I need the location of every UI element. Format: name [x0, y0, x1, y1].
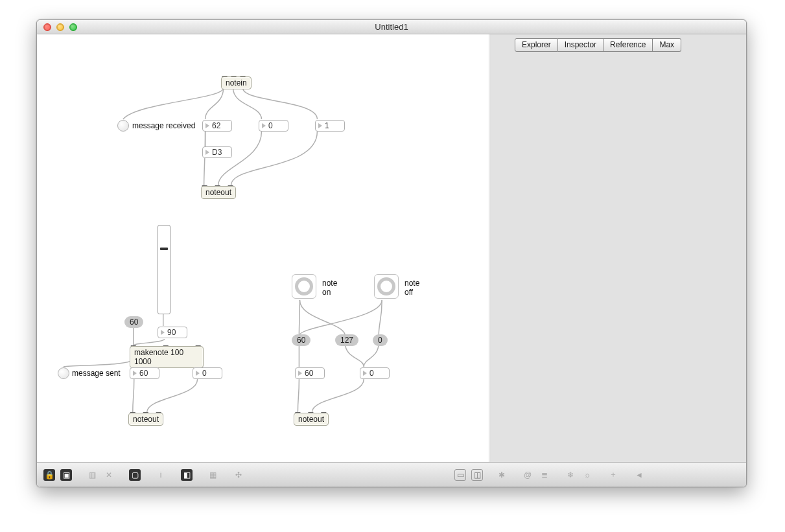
- numbox-slider-out[interactable]: 90: [158, 327, 187, 338]
- object-notein[interactable]: notein: [221, 76, 252, 89]
- patcher-area[interactable]: notein message received 62 0 1 D3 noteou…: [37, 34, 489, 487]
- numbox-value: 0: [202, 369, 211, 378]
- tab-reference[interactable]: Reference: [603, 38, 653, 52]
- sparkle-icon[interactable]: ✣: [233, 469, 244, 481]
- tab-max[interactable]: Max: [653, 38, 681, 52]
- x-icon[interactable]: ✕: [103, 469, 115, 481]
- list-icon[interactable]: ≣: [539, 469, 550, 481]
- numbox-value: 60: [139, 369, 152, 378]
- screen-icon[interactable]: ▢: [129, 469, 141, 481]
- bang-ring-icon: [377, 277, 395, 295]
- app-window: Untitled1: [36, 19, 747, 487]
- numbox-notename[interactable]: D3: [202, 146, 232, 158]
- lock-icon[interactable]: 🔒: [43, 469, 55, 481]
- object-noteout-3[interactable]: noteout: [294, 413, 329, 426]
- bang-sent[interactable]: [58, 367, 69, 379]
- layers-icon[interactable]: ▣: [60, 469, 72, 481]
- message-vel-127[interactable]: 127: [335, 334, 358, 346]
- bang-note-off[interactable]: [374, 274, 399, 299]
- bang-received[interactable]: [117, 120, 129, 132]
- numbox-velocity[interactable]: 0: [259, 120, 288, 132]
- numbox-value: 1: [325, 121, 333, 130]
- bottom-toolbar-right: ✱ @ ≣ ❄ ☼ ＋ ◄: [489, 462, 746, 487]
- numbox-value: 60: [305, 369, 317, 378]
- patch-cords: [37, 34, 489, 462]
- label-message-received: message received: [132, 121, 195, 130]
- menu-icon[interactable]: ◧: [181, 469, 193, 481]
- label-message-sent: message sent: [72, 369, 121, 378]
- gear-icon[interactable]: ✱: [496, 469, 508, 481]
- window-title: Untitled1: [37, 22, 746, 32]
- titlebar[interactable]: Untitled1: [37, 20, 746, 34]
- message-value: 0: [378, 336, 382, 345]
- bang-ring-icon: [295, 277, 313, 295]
- tab-inspector[interactable]: Inspector: [558, 38, 603, 52]
- object-makenote[interactable]: makenote 100 1000: [130, 346, 204, 368]
- bang-note-on[interactable]: [292, 274, 316, 299]
- slider-knob[interactable]: [160, 248, 168, 250]
- sidebar: Explorer Inspector Reference Max: [489, 34, 746, 487]
- message-60[interactable]: 60: [124, 316, 143, 328]
- message-value: 60: [130, 318, 138, 327]
- numbox-channel[interactable]: 1: [315, 120, 345, 132]
- back-icon[interactable]: ◄: [633, 469, 645, 481]
- view-single-icon[interactable]: ▭: [454, 469, 466, 481]
- label-note-on-b: on: [322, 288, 331, 297]
- slider-velocity[interactable]: [158, 225, 170, 314]
- numbox-value: 0: [268, 121, 277, 130]
- tab-explorer[interactable]: Explorer: [515, 38, 558, 52]
- label-note-off-b: off: [404, 288, 413, 297]
- numbox-value: 0: [369, 369, 378, 378]
- numbox-makenote-vel[interactable]: 0: [193, 367, 222, 379]
- label-note-on-a: note: [322, 279, 337, 288]
- label-note-off-a: note: [404, 279, 419, 288]
- object-noteout-1[interactable]: noteout: [201, 186, 236, 199]
- sidebar-tabs: Explorer Inspector Reference Max: [515, 38, 681, 52]
- numbox-pitch[interactable]: 62: [202, 120, 232, 132]
- camera-icon[interactable]: ▥: [86, 469, 98, 481]
- snow-icon[interactable]: ❄: [565, 469, 576, 481]
- at-icon[interactable]: @: [522, 469, 533, 481]
- numbox-value: 90: [167, 328, 180, 337]
- view-split-icon[interactable]: ◫: [471, 469, 483, 481]
- numbox-right-pitch[interactable]: 60: [295, 367, 325, 379]
- grid-icon[interactable]: ▦: [207, 469, 218, 481]
- plus-icon[interactable]: ＋: [607, 469, 619, 481]
- message-pitch-60[interactable]: 60: [292, 334, 310, 346]
- message-value: 60: [297, 336, 305, 345]
- numbox-right-vel[interactable]: 0: [360, 367, 390, 379]
- bottom-toolbar-left: 🔒 ▣ ▥ ✕ ▢ i ◧ ▦ ✣ ▭ ◫: [37, 462, 489, 487]
- sun-icon[interactable]: ☼: [581, 469, 593, 481]
- canvas[interactable]: notein message received 62 0 1 D3 noteou…: [37, 34, 489, 462]
- message-value: 127: [340, 336, 353, 345]
- object-noteout-2[interactable]: noteout: [128, 413, 163, 426]
- info-icon[interactable]: i: [155, 469, 167, 481]
- message-vel-0[interactable]: 0: [373, 334, 388, 346]
- numbox-value: 62: [212, 121, 224, 130]
- numbox-makenote-pitch[interactable]: 60: [130, 367, 159, 379]
- numbox-value: D3: [212, 148, 226, 157]
- content: notein message received 62 0 1 D3 noteou…: [37, 34, 746, 487]
